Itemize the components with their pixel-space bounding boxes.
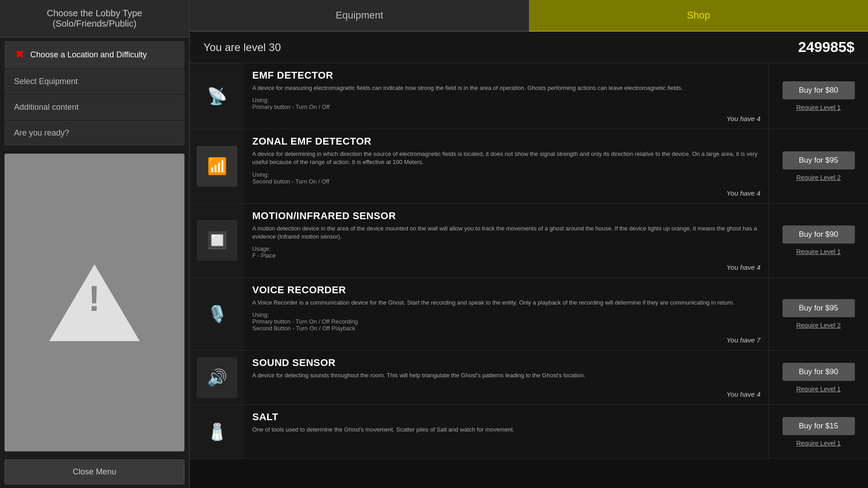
item-buy-section-motion: Buy for $90Require Level 1 <box>769 204 868 277</box>
tab-shop[interactable]: Shop <box>529 0 868 32</box>
item-info-salt: SALTOne of tools used to determine the G… <box>244 405 769 459</box>
main-content: EquipmentShop You are level 30 249985$ 📡… <box>190 0 868 488</box>
item-name-motion: MOTION/INFRARED SENSOR <box>252 210 760 222</box>
sidebar-item-additional[interactable]: Additional content <box>5 95 184 120</box>
shop-item-sound: 🔊SOUND SENSORA device for detecting soun… <box>190 351 868 405</box>
item-info-emf: EMF DETECTORA device for measuring elect… <box>244 63 769 129</box>
balance-display: 249985$ <box>798 39 854 56</box>
item-have-voice: You have 7 <box>252 334 760 344</box>
item-name-zonal-emf: ZONAL EMF DETECTOR <box>252 136 760 147</box>
close-menu-button[interactable]: Close Menu <box>5 460 184 484</box>
item-info-zonal-emf: ZONAL EMF DETECTORA device for determini… <box>244 129 769 203</box>
item-image-motion: 🔲 <box>190 204 244 277</box>
item-buy-section-salt: Buy for $15Require Level 1 <box>769 405 868 459</box>
item-desc-salt: One of tools used to determine the Ghost… <box>252 426 760 434</box>
require-level-salt: Require Level 1 <box>796 440 840 447</box>
sidebar-item-label: Choose a Location and Difficulty <box>30 50 147 60</box>
buy-button-emf[interactable]: Buy for $80 <box>783 81 855 99</box>
items-list: 📡EMF DETECTORA device for measuring elec… <box>190 63 868 488</box>
item-have-zonal-emf: You have 4 <box>252 188 760 197</box>
item-image-voice: 🎙️ <box>190 278 244 350</box>
item-desc-emf: A device for measuring electromagnetic f… <box>252 84 760 92</box>
tab-bar: EquipmentShop <box>190 0 868 32</box>
require-level-motion: Require Level 1 <box>796 248 840 255</box>
require-level-sound: Require Level 1 <box>796 385 840 393</box>
require-level-emf: Require Level 1 <box>796 104 840 111</box>
sidebar-item-equipment[interactable]: Select Equipment <box>5 69 184 94</box>
item-name-voice: VOICE RECORDER <box>252 284 760 296</box>
item-buy-section-voice: Buy for $95Require Level 2 <box>769 278 868 350</box>
item-icon-zonal-emf: 📶 <box>197 146 237 187</box>
shop-item-voice: 🎙️VOICE RECORDERA Voice Recorder is a co… <box>190 278 868 351</box>
item-desc-motion: A motion detection device in the area of… <box>252 225 760 241</box>
sidebar: Choose the Lobby Type (Solo/Friends/Publ… <box>0 0 190 488</box>
sidebar-item-label: Are you ready? <box>14 128 69 138</box>
sidebar-item-ready[interactable]: Are you ready? <box>5 121 184 145</box>
item-info-voice: VOICE RECORDERA Voice Recorder is a comm… <box>244 278 769 350</box>
item-usage-voice: Using: Primary button - Turn On / Off Re… <box>252 311 760 332</box>
item-icon-salt: 🧂 <box>197 412 237 452</box>
require-level-voice: Require Level 2 <box>796 322 840 329</box>
item-buy-section-emf: Buy for $80Require Level 1 <box>769 63 868 129</box>
shop-item-emf: 📡EMF DETECTORA device for measuring elec… <box>190 63 868 129</box>
warning-icon <box>49 264 140 341</box>
item-name-emf: EMF DETECTOR <box>252 70 760 81</box>
item-image-emf: 📡 <box>190 63 244 129</box>
sidebar-title: Choose the Lobby Type (Solo/Friends/Publ… <box>0 0 189 38</box>
item-have-emf: You have 4 <box>252 113 760 122</box>
item-desc-zonal-emf: A device for determining in which direct… <box>252 150 760 166</box>
item-icon-emf: 📡 <box>197 76 237 117</box>
item-desc-sound: A device for detecting sounds throughout… <box>252 371 760 380</box>
level-text: You are level 30 <box>203 41 281 54</box>
shop-item-zonal-emf: 📶ZONAL EMF DETECTORA device for determin… <box>190 129 868 203</box>
item-buy-section-zonal-emf: Buy for $95Require Level 2 <box>769 129 868 203</box>
item-icon-voice: 🎙️ <box>197 294 237 334</box>
item-have-motion: You have 4 <box>252 262 760 271</box>
close-icon: ✖ <box>14 49 25 61</box>
item-buy-section-sound: Buy for $90Require Level 1 <box>769 351 868 404</box>
buy-button-zonal-emf[interactable]: Buy for $95 <box>783 151 855 169</box>
item-image-zonal-emf: 📶 <box>190 129 244 203</box>
shop-item-motion: 🔲MOTION/INFRARED SENSORA motion detectio… <box>190 204 868 278</box>
item-have-sound: You have 4 <box>252 389 760 398</box>
item-info-motion: MOTION/INFRARED SENSORA motion detection… <box>244 204 769 277</box>
require-level-zonal-emf: Require Level 2 <box>796 174 840 181</box>
buy-button-voice[interactable]: Buy for $95 <box>783 299 855 317</box>
item-usage-emf: Using: Primary button - Turn On / Off <box>252 97 760 110</box>
buy-button-motion[interactable]: Buy for $90 <box>783 225 855 244</box>
shop-item-salt: 🧂SALTOne of tools used to determine the … <box>190 405 868 459</box>
sidebar-menu: ✖Choose a Location and DifficultySelect … <box>0 38 189 149</box>
item-desc-voice: A Voice Recorder is a communication devi… <box>252 299 760 307</box>
sidebar-item-label: Additional content <box>14 103 79 112</box>
sidebar-item-location[interactable]: ✖Choose a Location and Difficulty <box>5 41 184 68</box>
item-info-sound: SOUND SENSORA device for detecting sound… <box>244 351 769 404</box>
sidebar-item-label: Select Equipment <box>14 77 78 86</box>
item-name-sound: SOUND SENSOR <box>252 357 760 369</box>
shop-header: You are level 30 249985$ <box>190 32 868 63</box>
tab-equipment[interactable]: Equipment <box>190 0 529 32</box>
item-icon-motion: 🔲 <box>197 220 237 261</box>
item-icon-sound: 🔊 <box>197 357 237 398</box>
item-image-sound: 🔊 <box>190 351 244 404</box>
item-usage-motion: Usage: F - Place <box>252 245 760 259</box>
buy-button-sound[interactable]: Buy for $90 <box>783 363 855 381</box>
sidebar-preview <box>5 154 184 451</box>
item-usage-zonal-emf: Using: Second button - Turn On / Off <box>252 171 760 185</box>
item-image-salt: 🧂 <box>190 405 244 459</box>
item-name-salt: SALT <box>252 411 760 423</box>
buy-button-salt[interactable]: Buy for $15 <box>783 417 855 435</box>
